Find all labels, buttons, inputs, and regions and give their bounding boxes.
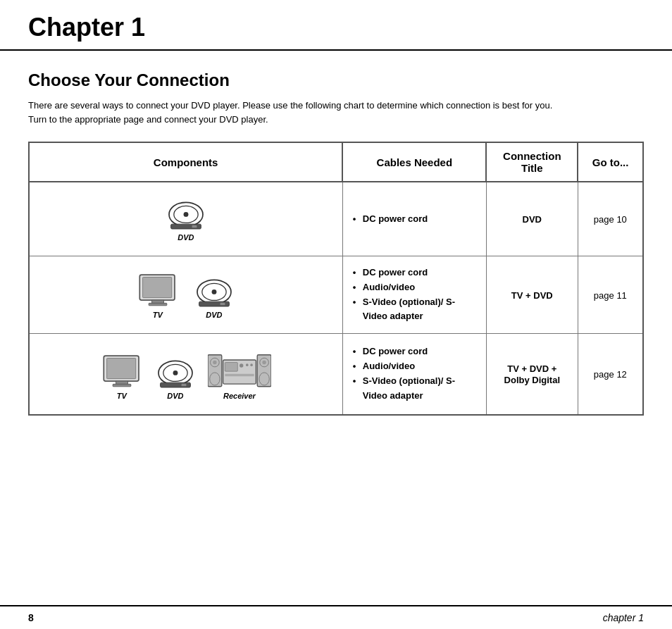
cable-item: Audio/video (353, 359, 476, 374)
goto-cell-2: page 11 (578, 256, 643, 334)
header-connection-title: Connection Title (486, 142, 578, 182)
svg-point-11 (211, 289, 216, 294)
receiver-device-3: Receiver (208, 348, 271, 400)
receiver-icon-3 (208, 348, 271, 390)
footer-page-number: 8 (28, 612, 34, 623)
components-cell-3: TV DVD (29, 334, 342, 416)
dvd-icon-2 (193, 274, 235, 309)
svg-rect-28 (225, 363, 237, 372)
svg-rect-17 (113, 384, 131, 386)
cable-item: DC power cord (353, 344, 476, 359)
goto-1: page 10 (594, 214, 627, 225)
cable-item: S-Video (optional)/ S-Video adapter (353, 374, 476, 404)
cables-cell-1: DC power cord (342, 182, 486, 256)
header-cables: Cables Needed (342, 142, 486, 182)
svg-rect-6 (142, 278, 171, 298)
dvd-icon-1 (165, 197, 207, 232)
svg-rect-29 (239, 363, 243, 367)
svg-rect-8 (149, 303, 167, 305)
dvd-label-2: DVD (206, 311, 222, 319)
svg-rect-22 (181, 384, 186, 386)
dvd-icon-3 (154, 355, 197, 390)
goto-2: page 11 (594, 290, 627, 301)
cable-item: S-Video (optional)/ S-Video adapter (353, 295, 476, 325)
components-cell-2: TV DVD (29, 256, 342, 334)
svg-rect-15 (106, 359, 135, 379)
dvd-label-1: DVD (178, 233, 194, 242)
svg-rect-13 (220, 303, 225, 305)
tv-icon-3 (101, 351, 143, 390)
dvd-device-3: DVD (154, 355, 197, 400)
cable-item: DC power cord (353, 212, 476, 227)
tv-device-3: TV (101, 351, 143, 400)
svg-rect-4 (192, 225, 197, 228)
dvd-label-3: DVD (167, 392, 183, 400)
svg-rect-30 (246, 363, 249, 366)
table-row: TV DVD (29, 334, 643, 416)
svg-point-35 (262, 361, 266, 364)
cable-item: Audio/video (353, 280, 476, 295)
svg-point-25 (213, 361, 216, 364)
connection-title-3: TV + DVD + Dolby Digital (504, 363, 560, 385)
chapter-title: Chapter 1 (28, 13, 644, 42)
main-content: Choose Your Connection There are several… (0, 51, 672, 605)
goto-cell-1: page 10 (578, 182, 643, 256)
cables-cell-2: DC power cord Audio/video S-Video (optio… (342, 256, 486, 334)
connection-table: Components Cables Needed Connection Titl… (28, 142, 644, 416)
connection-title-cell-3: TV + DVD + Dolby Digital (486, 334, 578, 416)
cables-cell-3: DC power cord Audio/video S-Video (optio… (342, 334, 486, 416)
page-container: Chapter 1 Choose Your Connection There a… (0, 0, 672, 629)
svg-point-20 (173, 370, 178, 375)
cable-item: DC power cord (353, 266, 476, 280)
tv-device-2: TV (137, 270, 179, 319)
connection-title-2: TV + DVD (511, 290, 553, 301)
receiver-label-3: Receiver (223, 392, 256, 400)
intro-text: There are several ways to connect your D… (28, 99, 556, 126)
dvd-device-1: DVD (165, 197, 207, 242)
goto-cell-3: page 12 (578, 334, 643, 416)
components-cell-1: DVD (29, 182, 342, 256)
header-goto: Go to... (578, 142, 643, 182)
svg-rect-7 (151, 300, 163, 303)
connection-title-1: DVD (523, 214, 542, 225)
tv-label-3: TV (117, 392, 127, 400)
svg-rect-31 (250, 363, 253, 366)
connection-title-cell-1: DVD (486, 182, 578, 256)
svg-rect-32 (225, 374, 254, 377)
goto-3: page 12 (594, 369, 627, 380)
header-components: Components (29, 142, 342, 182)
table-row: DVD DC power cord DVD page 10 (29, 182, 643, 256)
footer: 8 chapter 1 (0, 605, 672, 629)
svg-point-2 (183, 212, 188, 217)
tv-icon-2 (137, 270, 179, 309)
svg-rect-16 (116, 381, 127, 384)
section-title: Choose Your Connection (28, 70, 644, 90)
table-row: TV DVD (29, 256, 643, 334)
dvd-device-2: DVD (193, 274, 235, 319)
footer-chapter-label: chapter 1 (603, 612, 644, 623)
connection-title-cell-2: TV + DVD (486, 256, 578, 334)
chapter-header: Chapter 1 (0, 0, 672, 51)
tv-label-2: TV (153, 311, 163, 319)
